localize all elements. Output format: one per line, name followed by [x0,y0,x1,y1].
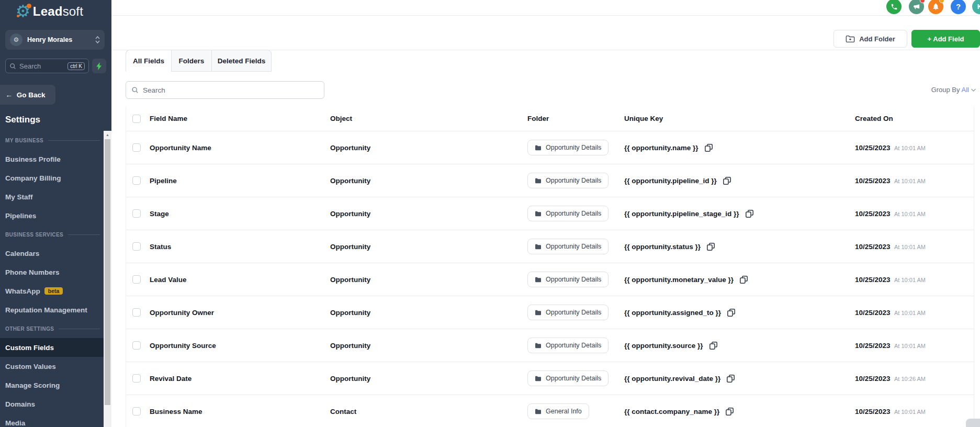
copy-icon[interactable] [706,242,715,251]
avatar-initial: K [977,3,980,10]
sidebar-item-label: Calendars [5,250,39,257]
copy-icon[interactable] [723,176,731,185]
unique-key: {{ opportunity.pipeline_stage_id }} [624,210,739,218]
field-name: Opportunity Owner [150,309,214,317]
copy-icon[interactable] [727,308,736,317]
table-search-input[interactable]: Search [126,81,324,99]
created-date: 10/25/2023 [855,408,891,415]
folder-chip[interactable]: Opportunity Details [527,305,609,320]
folder-chip[interactable]: Opportunity Details [527,173,609,188]
created-date: 10/25/2023 [855,177,891,185]
custom-fields-table: Field Name Object Folder Unique Key Crea… [126,106,974,427]
scrollbar-up-arrow[interactable]: ▲ [104,131,111,138]
created-date: 10/25/2023 [855,375,891,383]
sidebar-item-my-staff[interactable]: My Staff [0,187,111,206]
sidebar-item-custom-fields[interactable]: Custom Fields [0,338,111,357]
sidebar-search-input[interactable]: Search ctrl K [5,59,89,73]
sidebar-item-media[interactable]: Media [0,413,111,427]
folder-name: Opportunity Details [546,309,601,316]
section-divider [59,329,100,329]
folder-plus-icon [846,35,855,43]
folder-name: Opportunity Details [546,243,601,250]
created-time: At 10:01 AM [893,145,926,151]
sidebar-item-business-profile[interactable]: Business Profile [0,150,111,168]
section-divider [48,140,100,141]
sidebar-item-reputation-management[interactable]: Reputation Management [0,300,111,319]
field-name: Stage [150,210,169,218]
folder-name: Opportunity Details [546,375,601,382]
sidebar-item-custom-values[interactable]: Custom Values [0,357,111,376]
tab-folders[interactable]: Folders [171,50,212,72]
workspace-switcher[interactable]: ⚙ Henry Morales [5,30,105,50]
unique-key: {{ opportunity.status }} [624,243,701,251]
sidebar-item-domains[interactable]: Domains [0,395,111,413]
copy-icon[interactable] [709,341,718,350]
quick-action-button[interactable] [92,59,106,73]
group-by-dropdown[interactable]: Group By All [931,86,976,94]
folder-chip[interactable]: Opportunity Details [527,338,609,353]
unique-key: {{ opportunity.source }} [624,342,703,350]
folder-chip[interactable]: Opportunity Details [527,370,609,386]
search-icon [9,63,16,70]
unique-key: {{ opportunity.name }} [624,144,699,152]
row-checkbox[interactable] [132,374,141,383]
unique-key: {{ contact.company_name }} [624,408,719,415]
sidebar-nav: MY BUSINESSBusiness ProfileCompany Billi… [0,131,111,427]
unique-key: {{ opportunity.pipeline_id }} [624,177,717,185]
row-checkbox[interactable] [132,143,141,152]
copy-icon[interactable] [739,275,748,284]
tab-bar: All FieldsFoldersDeleted Fields [126,50,272,72]
scrollbar-thumb[interactable] [105,139,110,405]
folder-chip[interactable]: Opportunity Details [527,239,609,254]
sidebar-item-manage-scoring[interactable]: Manage Scoring [0,376,111,395]
folder-chip[interactable]: Opportunity Details [527,206,609,221]
row-checkbox[interactable] [132,209,141,218]
table-row: Opportunity Source Opportunity Opportuni… [126,329,974,362]
folder-name: General Info [546,408,582,415]
row-checkbox[interactable] [132,176,141,185]
folder-icon [535,244,542,250]
add-field-label: + Add Field [928,35,964,43]
sidebar-item-whatsapp[interactable]: WhatsAppbeta [0,282,111,300]
table-search-placeholder: Search [143,86,165,94]
folder-chip[interactable]: General Info [527,403,589,419]
sidebar-section-other-settings: OTHER SETTINGS [0,319,111,338]
leadsoft-logo: ⚙ Leadsoft [16,3,83,19]
folder-icon [535,277,542,283]
sidebar-scrollbar[interactable]: ▲ [104,131,111,427]
row-checkbox[interactable] [132,341,141,350]
object-name: Opportunity [330,375,370,383]
folder-chip[interactable]: Opportunity Details [527,272,609,287]
object-name: Opportunity [330,144,370,152]
sidebar-item-pipelines[interactable]: Pipelines [0,206,111,225]
select-all-checkbox[interactable] [132,115,141,123]
sidebar-item-phone-numbers[interactable]: Phone Numbers [0,263,111,282]
copy-icon[interactable] [704,143,713,152]
sidebar-item-label: Domains [5,400,35,408]
folder-icon [535,178,542,184]
row-checkbox[interactable] [132,407,141,415]
sidebar-item-calendars[interactable]: Calendars [0,244,111,263]
tab-all-fields[interactable]: All Fields [126,50,172,72]
sidebar-item-label: Pipelines [5,212,36,220]
folder-icon [535,343,542,349]
page-scrollbar-thumb[interactable] [966,419,980,427]
row-checkbox[interactable] [132,275,141,284]
sidebar-section-my-business: MY BUSINESS [0,131,111,150]
row-checkbox[interactable] [132,308,141,317]
object-name: Opportunity [330,210,370,218]
go-back-button[interactable]: ← Go Back [0,85,55,105]
add-field-button[interactable]: + Add Field [911,30,980,48]
tab-deleted-fields[interactable]: Deleted Fields [211,50,272,72]
sidebar-item-company-billing[interactable]: Company Billing [0,168,111,187]
add-folder-button[interactable]: Add Folder [833,30,907,48]
row-checkbox[interactable] [132,242,141,251]
workspace-name: Henry Morales [27,36,91,43]
folder-chip[interactable]: Opportunity Details [527,140,609,155]
copy-icon[interactable] [745,209,754,218]
sidebar-item-label: Custom Fields [5,344,54,352]
folder-name: Opportunity Details [546,276,601,283]
copy-icon[interactable] [726,374,735,383]
created-time: At 10:01 AM [893,277,926,283]
copy-icon[interactable] [725,407,734,416]
